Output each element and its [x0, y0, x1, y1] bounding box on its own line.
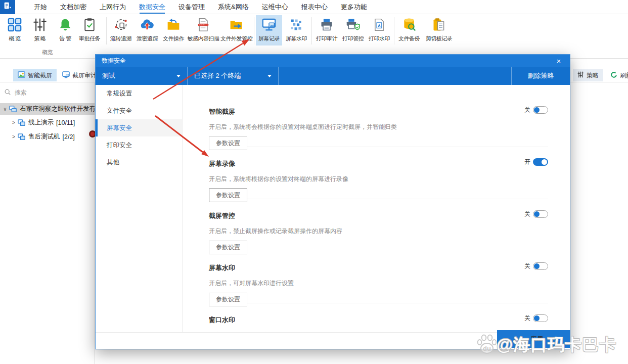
tab-device-mgmt[interactable]: 设备管理 — [178, 0, 205, 14]
smart-capture-icon — [18, 71, 25, 80]
ribbon-sensitive-scan[interactable]: 敏感内容扫描 — [187, 15, 219, 46]
policy-icon — [28, 16, 52, 33]
search-icon — [4, 88, 11, 97]
ribbon-clipboard-record[interactable]: 剪切板记录 — [423, 15, 455, 46]
dialog-title-bar[interactable]: 数据安全 — [96, 55, 570, 67]
chevron-down-icon[interactable]: ∨ — [2, 106, 9, 112]
sensitive-scan-icon — [187, 16, 219, 33]
delete-policy-button[interactable]: 删除策略 — [511, 67, 570, 85]
policy-button[interactable]: 策略 — [573, 69, 603, 81]
print-watermark-doc-icon — [367, 16, 392, 33]
ribbon-file-backup[interactable]: 文件备份 — [396, 15, 422, 46]
setting-title: 屏幕录像 — [209, 159, 548, 168]
delete-policy-label: 删除策略 — [528, 71, 554, 80]
toggle-state-label: 关 — [524, 106, 530, 114]
toggle-row: 关 — [524, 262, 548, 270]
policy-select-value: 测试 — [102, 71, 115, 80]
tab-home[interactable]: 开始 — [34, 0, 47, 14]
policy-button-label: 策略 — [587, 71, 599, 80]
ribbon-label: 文件操作 — [161, 35, 186, 42]
smart-capture-label: 智能截屏 — [28, 71, 52, 80]
capture-audit-label: 截屏审计 — [72, 71, 97, 80]
ribbon-label: 策 略 — [28, 35, 52, 42]
smart-capture-button[interactable]: 智能截屏 — [13, 69, 57, 81]
nav-other[interactable]: 其他 — [96, 154, 182, 171]
setting-desc: 开启后，可对屏幕水印进行设置 — [209, 279, 548, 288]
toggle-row: 开 — [524, 158, 548, 166]
toggle-state-label: 关 — [524, 210, 530, 218]
ribbon-print-control[interactable]: 打印管控 — [340, 15, 366, 46]
clipboard-record-icon — [423, 16, 455, 33]
ribbon-label: 打印管控 — [340, 35, 366, 42]
ribbon-label: 打印审计 — [314, 35, 339, 42]
ribbon-approval-tasks[interactable]: 审批任务 — [76, 15, 103, 46]
dialog-body: 常规设置 文件安全 屏幕安全 打印安全 其他 智能截屏 开启后，系统将会根据你的… — [96, 85, 570, 332]
tab-web-behavior[interactable]: 上网行为 — [100, 0, 126, 14]
ribbon-screen-watermark[interactable]: 屏幕水印 — [283, 15, 309, 46]
nav-file-security[interactable]: 文件安全 — [96, 102, 182, 119]
terminal-group-icon — [18, 119, 26, 126]
toggle-switch-off[interactable] — [533, 106, 548, 114]
search-placeholder: 搜索 — [15, 88, 27, 97]
ribbon-label: 文件备份 — [396, 35, 422, 42]
setting-screen-recording: 屏幕录像 开启后，系统将根据你的设置对终端的屏幕进行录像 参数设置 开 — [209, 147, 548, 199]
ribbon-label: 屏幕水印 — [283, 35, 309, 42]
setting-window-watermark: 窗口水印 开启后，可对窗口水印进行设置 关 — [209, 303, 548, 332]
ribbon-label: 告 警 — [54, 35, 77, 42]
chevron-right-icon[interactable]: > — [10, 134, 17, 140]
toolbar-spacer — [279, 67, 511, 85]
tab-system-network[interactable]: 系统&网络 — [218, 0, 249, 14]
file-ops-folder-icon — [161, 16, 186, 33]
alarm-bell-icon — [54, 16, 77, 33]
search-input[interactable]: 搜索 — [4, 88, 95, 97]
setting-title: 屏幕水印 — [209, 263, 548, 272]
toggle-knob — [534, 211, 540, 217]
refresh-button[interactable]: 刷新 — [606, 69, 628, 81]
ribbon-overview[interactable]: 概 览 — [3, 15, 26, 46]
tree-node-company[interactable]: ∨ 石家庄洞察之眼软件开发有限公司 — [0, 103, 95, 115]
tree-node-label: 售后测试机 — [28, 132, 60, 141]
setting-screen-watermark: 屏幕水印 开启后，可对屏幕水印进行设置 参数设置 关 — [209, 251, 548, 303]
tab-doc-encrypt[interactable]: 文档加密 — [60, 0, 86, 14]
tab-data-security[interactable]: 数据安全 — [139, 0, 165, 14]
ribbon-flow-trace[interactable]: 流转追溯 — [108, 15, 133, 46]
policy-select-dropdown[interactable]: 测试 — [96, 67, 188, 85]
flow-trace-icon — [108, 16, 133, 33]
tab-more-features[interactable]: 更多功能 — [341, 0, 367, 14]
nav-general-settings[interactable]: 常规设置 — [96, 85, 182, 102]
ribbon-divider — [311, 17, 312, 44]
approval-clipboard-icon — [76, 16, 103, 33]
ribbon-alarm[interactable]: 告 警 — [54, 15, 77, 46]
tab-report-center[interactable]: 报表中心 — [301, 0, 328, 14]
ribbon-label: 敏感内容扫描 — [187, 35, 219, 42]
nav-screen-security[interactable]: 屏幕安全 — [96, 119, 182, 136]
chevron-down-icon — [267, 75, 272, 77]
setting-desc: 开启后，系统将根据你的设置对终端的屏幕进行录像 — [209, 175, 548, 184]
app-menu-button[interactable] — [0, 0, 15, 14]
close-icon[interactable] — [554, 57, 564, 65]
ribbon-label: 打印水印 — [367, 35, 392, 42]
capture-audit-icon — [62, 71, 70, 80]
toggle-switch-off[interactable] — [533, 210, 548, 218]
toggle-switch-off[interactable] — [533, 262, 548, 270]
ribbon-file-ops[interactable]: 文件操作 — [161, 15, 186, 46]
toggle-switch-off[interactable] — [533, 314, 548, 322]
tab-ops-center[interactable]: 运维中心 — [262, 0, 288, 14]
toggle-switch-on[interactable] — [533, 158, 548, 166]
toggle-state-label: 关 — [524, 262, 530, 270]
policy-sliders-icon — [577, 71, 584, 79]
ribbon-file-outsend[interactable]: 文件外发管控 — [220, 15, 252, 46]
ribbon-screen-record[interactable]: 屏幕记录 — [256, 15, 282, 46]
nav-print-security[interactable]: 打印安全 — [96, 136, 182, 154]
tree-node-online-demo[interactable]: > 线上演示 [10/11] — [0, 117, 95, 128]
setting-desc: 开启后，禁止截屏操作或记录截屏操作的屏幕内容 — [209, 227, 548, 236]
menu-bar: 开始 文档加密 上网行为 数据安全 设备管理 系统&网络 运维中心 报表中心 更… — [0, 0, 628, 14]
ribbon-policy[interactable]: 策 略 — [28, 15, 52, 46]
terminal-select-value: 已选择 2 个终端 — [194, 71, 241, 80]
ribbon-print-audit[interactable]: 打印审计 — [314, 15, 339, 46]
terminal-select-dropdown[interactable]: 已选择 2 个终端 — [188, 67, 279, 85]
tree-node-aftersales-test[interactable]: > 售后测试机 [2/2] — [0, 131, 95, 143]
ribbon-print-watermark[interactable]: 打印水印 — [367, 15, 392, 46]
ribbon-leak-trace[interactable]: 泄密追踪 — [134, 15, 160, 46]
chevron-right-icon[interactable]: > — [10, 120, 17, 125]
